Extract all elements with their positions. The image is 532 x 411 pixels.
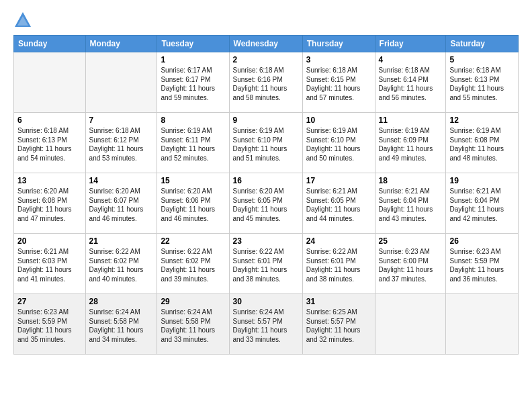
col-saturday: Saturday	[446, 36, 519, 52]
day-content: Sunrise: 6:21 AM Sunset: 6:05 PM Dayligh…	[306, 187, 371, 223]
day-number: 4	[379, 55, 443, 64]
day-content: Sunrise: 6:22 AM Sunset: 6:02 PM Dayligh…	[89, 247, 154, 283]
day-number: 14	[89, 176, 154, 185]
day-content: Sunrise: 6:18 AM Sunset: 6:16 PM Dayligh…	[233, 66, 299, 102]
table-row: 14Sunrise: 6:20 AM Sunset: 6:07 PM Dayli…	[85, 173, 157, 234]
day-number: 9	[233, 116, 299, 125]
col-monday: Monday	[85, 36, 157, 52]
header	[13, 11, 519, 30]
day-content: Sunrise: 6:22 AM Sunset: 6:01 PM Dayligh…	[306, 247, 371, 283]
calendar-week-row: 6Sunrise: 6:18 AM Sunset: 6:13 PM Daylig…	[14, 113, 519, 173]
day-number: 7	[89, 116, 154, 125]
day-number: 20	[17, 236, 82, 246]
table-row	[85, 52, 157, 113]
col-tuesday: Tuesday	[157, 36, 229, 52]
col-friday: Friday	[375, 36, 446, 52]
day-content: Sunrise: 6:25 AM Sunset: 5:57 PM Dayligh…	[306, 308, 371, 344]
day-number: 31	[306, 297, 371, 306]
table-row: 19Sunrise: 6:21 AM Sunset: 6:04 PM Dayli…	[446, 173, 519, 234]
table-row: 8Sunrise: 6:19 AM Sunset: 6:11 PM Daylig…	[157, 113, 229, 173]
day-number: 15	[161, 176, 225, 185]
table-row: 28Sunrise: 6:24 AM Sunset: 5:58 PM Dayli…	[85, 294, 157, 355]
day-number: 11	[379, 116, 443, 125]
table-row: 22Sunrise: 6:22 AM Sunset: 6:02 PM Dayli…	[157, 234, 229, 294]
table-row: 24Sunrise: 6:22 AM Sunset: 6:01 PM Dayli…	[302, 234, 375, 294]
table-row: 12Sunrise: 6:19 AM Sunset: 6:08 PM Dayli…	[446, 113, 519, 173]
col-wednesday: Wednesday	[229, 36, 302, 52]
table-row: 10Sunrise: 6:19 AM Sunset: 6:10 PM Dayli…	[302, 113, 375, 173]
col-thursday: Thursday	[302, 36, 375, 52]
calendar-week-row: 1Sunrise: 6:17 AM Sunset: 6:17 PM Daylig…	[14, 52, 519, 113]
table-row	[14, 52, 86, 113]
day-content: Sunrise: 6:19 AM Sunset: 6:10 PM Dayligh…	[233, 126, 299, 163]
day-content: Sunrise: 6:23 AM Sunset: 5:59 PM Dayligh…	[449, 247, 515, 283]
day-number: 2	[233, 55, 299, 64]
table-row: 30Sunrise: 6:24 AM Sunset: 5:57 PM Dayli…	[229, 294, 302, 355]
day-number: 27	[17, 297, 82, 306]
day-number: 23	[233, 236, 299, 246]
day-content: Sunrise: 6:18 AM Sunset: 6:12 PM Dayligh…	[89, 126, 154, 163]
table-row: 23Sunrise: 6:22 AM Sunset: 6:01 PM Dayli…	[229, 234, 302, 294]
day-content: Sunrise: 6:21 AM Sunset: 6:03 PM Dayligh…	[17, 247, 82, 283]
day-content: Sunrise: 6:20 AM Sunset: 6:05 PM Dayligh…	[233, 187, 299, 223]
table-row: 16Sunrise: 6:20 AM Sunset: 6:05 PM Dayli…	[229, 173, 302, 234]
day-content: Sunrise: 6:19 AM Sunset: 6:11 PM Dayligh…	[161, 126, 225, 163]
logo	[13, 11, 36, 30]
calendar-week-row: 27Sunrise: 6:23 AM Sunset: 5:59 PM Dayli…	[14, 294, 519, 355]
day-number: 19	[449, 176, 515, 185]
day-number: 21	[89, 236, 154, 246]
day-content: Sunrise: 6:18 AM Sunset: 6:14 PM Dayligh…	[379, 66, 443, 102]
table-row: 29Sunrise: 6:24 AM Sunset: 5:58 PM Dayli…	[157, 294, 229, 355]
table-row: 15Sunrise: 6:20 AM Sunset: 6:06 PM Dayli…	[157, 173, 229, 234]
table-row	[375, 294, 446, 355]
day-content: Sunrise: 6:23 AM Sunset: 6:00 PM Dayligh…	[379, 247, 443, 283]
day-content: Sunrise: 6:23 AM Sunset: 5:59 PM Dayligh…	[17, 308, 82, 344]
table-row	[446, 294, 519, 355]
day-number: 17	[306, 176, 371, 185]
day-content: Sunrise: 6:20 AM Sunset: 6:07 PM Dayligh…	[89, 187, 154, 223]
day-content: Sunrise: 6:19 AM Sunset: 6:10 PM Dayligh…	[306, 126, 371, 163]
day-number: 10	[306, 116, 371, 125]
day-content: Sunrise: 6:22 AM Sunset: 6:01 PM Dayligh…	[233, 247, 299, 283]
day-number: 1	[161, 55, 225, 64]
table-row: 7Sunrise: 6:18 AM Sunset: 6:12 PM Daylig…	[85, 113, 157, 173]
table-row: 9Sunrise: 6:19 AM Sunset: 6:10 PM Daylig…	[229, 113, 302, 173]
day-number: 3	[306, 55, 371, 64]
table-row: 18Sunrise: 6:21 AM Sunset: 6:04 PM Dayli…	[375, 173, 446, 234]
day-content: Sunrise: 6:22 AM Sunset: 6:02 PM Dayligh…	[161, 247, 225, 283]
table-row: 17Sunrise: 6:21 AM Sunset: 6:05 PM Dayli…	[302, 173, 375, 234]
day-content: Sunrise: 6:21 AM Sunset: 6:04 PM Dayligh…	[379, 187, 443, 223]
calendar-table: Sunday Monday Tuesday Wednesday Thursday…	[13, 35, 519, 355]
logo-icon	[13, 11, 32, 30]
table-row: 27Sunrise: 6:23 AM Sunset: 5:59 PM Dayli…	[14, 294, 86, 355]
day-number: 28	[89, 297, 154, 306]
page: Sunday Monday Tuesday Wednesday Thursday…	[0, 0, 532, 411]
day-content: Sunrise: 6:20 AM Sunset: 6:08 PM Dayligh…	[17, 187, 82, 223]
day-number: 6	[17, 116, 82, 125]
day-content: Sunrise: 6:20 AM Sunset: 6:06 PM Dayligh…	[161, 187, 225, 223]
col-sunday: Sunday	[14, 36, 86, 52]
day-number: 18	[379, 176, 443, 185]
calendar-week-row: 20Sunrise: 6:21 AM Sunset: 6:03 PM Dayli…	[14, 234, 519, 294]
table-row: 20Sunrise: 6:21 AM Sunset: 6:03 PM Dayli…	[14, 234, 86, 294]
day-content: Sunrise: 6:18 AM Sunset: 6:15 PM Dayligh…	[306, 66, 371, 102]
day-number: 30	[233, 297, 299, 306]
calendar-header-row: Sunday Monday Tuesday Wednesday Thursday…	[14, 36, 519, 52]
day-content: Sunrise: 6:24 AM Sunset: 5:58 PM Dayligh…	[161, 308, 225, 344]
day-content: Sunrise: 6:18 AM Sunset: 6:13 PM Dayligh…	[449, 66, 515, 102]
day-number: 22	[161, 236, 225, 246]
day-content: Sunrise: 6:19 AM Sunset: 6:08 PM Dayligh…	[449, 126, 515, 163]
day-content: Sunrise: 6:24 AM Sunset: 5:58 PM Dayligh…	[89, 308, 154, 344]
table-row: 13Sunrise: 6:20 AM Sunset: 6:08 PM Dayli…	[14, 173, 86, 234]
table-row: 21Sunrise: 6:22 AM Sunset: 6:02 PM Dayli…	[85, 234, 157, 294]
table-row: 31Sunrise: 6:25 AM Sunset: 5:57 PM Dayli…	[302, 294, 375, 355]
table-row: 26Sunrise: 6:23 AM Sunset: 5:59 PM Dayli…	[446, 234, 519, 294]
table-row: 25Sunrise: 6:23 AM Sunset: 6:00 PM Dayli…	[375, 234, 446, 294]
calendar-week-row: 13Sunrise: 6:20 AM Sunset: 6:08 PM Dayli…	[14, 173, 519, 234]
day-content: Sunrise: 6:24 AM Sunset: 5:57 PM Dayligh…	[233, 308, 299, 344]
table-row: 2Sunrise: 6:18 AM Sunset: 6:16 PM Daylig…	[229, 52, 302, 113]
day-content: Sunrise: 6:18 AM Sunset: 6:13 PM Dayligh…	[17, 126, 82, 163]
day-content: Sunrise: 6:19 AM Sunset: 6:09 PM Dayligh…	[379, 126, 443, 163]
day-content: Sunrise: 6:17 AM Sunset: 6:17 PM Dayligh…	[161, 66, 225, 102]
day-number: 29	[161, 297, 225, 306]
